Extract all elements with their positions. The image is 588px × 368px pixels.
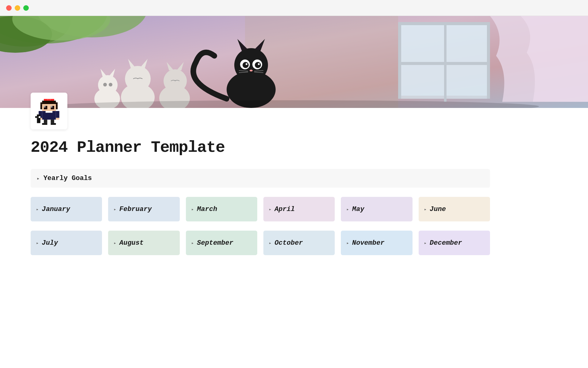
month-toggle-arrow: ▸ <box>191 240 194 246</box>
month-item-june[interactable]: ▸June <box>419 197 490 221</box>
month-label: April <box>274 205 295 213</box>
month-toggle-arrow: ▸ <box>424 207 427 212</box>
svg-rect-52 <box>40 102 58 104</box>
month-toggle-arrow: ▸ <box>269 240 271 246</box>
month-toggle-arrow: ▸ <box>191 207 194 212</box>
month-toggle-arrow: ▸ <box>346 240 349 246</box>
month-toggle-arrow: ▸ <box>269 207 271 212</box>
month-toggle-arrow: ▸ <box>346 207 349 212</box>
svg-rect-61 <box>46 111 53 113</box>
svg-point-41 <box>98 75 118 95</box>
month-toggle-arrow: ▸ <box>114 240 116 246</box>
month-label: September <box>197 239 233 247</box>
window-chrome <box>0 0 588 16</box>
svg-rect-66 <box>44 120 47 123</box>
month-item-september[interactable]: ▸September <box>186 231 257 255</box>
svg-rect-69 <box>51 123 56 125</box>
svg-rect-47 <box>44 99 47 101</box>
svg-rect-67 <box>51 120 54 123</box>
svg-rect-10 <box>487 22 490 99</box>
month-label: May <box>352 205 364 213</box>
svg-point-23 <box>243 62 249 68</box>
svg-rect-49 <box>47 99 51 101</box>
svg-rect-63 <box>56 111 59 118</box>
month-toggle-arrow: ▸ <box>114 207 116 212</box>
svg-point-16 <box>234 48 268 82</box>
month-toggle-arrow: ▸ <box>36 240 39 246</box>
svg-point-44 <box>103 83 107 86</box>
svg-point-27 <box>250 70 253 71</box>
svg-rect-59 <box>56 104 58 109</box>
page-title: 2024 Planner Template <box>31 139 490 157</box>
month-item-march[interactable]: ▸March <box>186 197 257 221</box>
svg-point-26 <box>258 63 260 65</box>
yearly-goals-label: Yearly Goals <box>43 174 92 182</box>
month-label: January <box>42 205 70 213</box>
month-item-august[interactable]: ▸August <box>108 231 179 255</box>
month-label: March <box>197 205 217 213</box>
yearly-goals-row[interactable]: ▸ Yearly Goals <box>31 169 490 188</box>
svg-rect-58 <box>40 104 42 109</box>
svg-rect-65 <box>56 118 59 120</box>
svg-rect-13 <box>444 22 447 102</box>
page-content: 2024 Planner Template ▸ Yearly Goals ▸Ja… <box>0 129 521 283</box>
svg-point-45 <box>109 83 112 86</box>
month-label: February <box>119 205 152 213</box>
month-item-july[interactable]: ▸July <box>31 231 102 255</box>
svg-rect-73 <box>39 116 40 118</box>
month-item-may[interactable]: ▸May <box>341 197 412 221</box>
svg-rect-72 <box>35 116 37 118</box>
maximize-button[interactable] <box>23 5 29 11</box>
month-label: November <box>352 239 385 247</box>
minimize-button[interactable] <box>15 5 20 11</box>
svg-point-24 <box>255 62 261 68</box>
month-item-october[interactable]: ▸October <box>263 231 335 255</box>
month-label: June <box>430 205 446 213</box>
svg-rect-57 <box>51 106 53 108</box>
month-toggle-arrow: ▸ <box>36 207 39 212</box>
page-icon-area <box>0 93 588 129</box>
page-icon <box>31 93 67 129</box>
month-item-december[interactable]: ▸December <box>419 231 490 255</box>
months-row-2: ▸July▸August▸September▸October▸November▸… <box>31 231 490 255</box>
svg-rect-51 <box>42 101 56 102</box>
svg-rect-56 <box>44 106 46 108</box>
close-button[interactable] <box>6 5 12 11</box>
month-label: October <box>274 239 303 247</box>
month-item-february[interactable]: ▸February <box>108 197 179 221</box>
month-label: July <box>42 239 58 247</box>
svg-rect-68 <box>42 123 47 125</box>
month-item-november[interactable]: ▸November <box>341 231 412 255</box>
month-label: August <box>119 239 144 247</box>
months-row-1: ▸January▸February▸March▸April▸May▸June <box>31 197 490 221</box>
svg-rect-9 <box>398 22 401 99</box>
svg-rect-48 <box>51 99 54 101</box>
svg-point-25 <box>246 63 247 65</box>
yearly-goals-toggle-arrow: ▸ <box>37 175 40 182</box>
svg-rect-70 <box>37 118 40 123</box>
month-item-april[interactable]: ▸April <box>263 197 335 221</box>
month-toggle-arrow: ▸ <box>424 240 427 246</box>
month-item-january[interactable]: ▸January <box>31 197 102 221</box>
month-label: December <box>430 239 462 247</box>
